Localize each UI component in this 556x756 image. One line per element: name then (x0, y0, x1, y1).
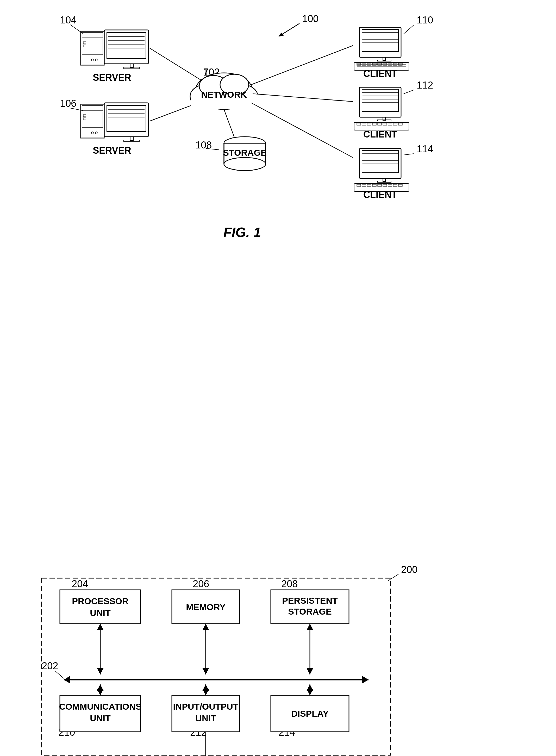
svg-marker-122 (97, 668, 104, 675)
ref-200: 200 (401, 564, 417, 575)
svg-rect-66 (372, 63, 376, 65)
svg-marker-142 (307, 689, 313, 695)
svg-rect-106 (372, 184, 376, 186)
svg-line-115 (55, 671, 64, 678)
svg-rect-105 (367, 184, 371, 186)
svg-line-93 (404, 153, 414, 155)
svg-point-9 (92, 59, 94, 61)
ref-112: 112 (417, 80, 433, 91)
svg-rect-107 (378, 184, 382, 186)
svg-line-50 (224, 109, 234, 138)
svg-marker-1 (279, 33, 284, 36)
svg-line-113 (388, 574, 398, 581)
processor-unit-label: PROCESSOR (72, 596, 128, 606)
persistent-storage-label: PERSISTENT (282, 595, 338, 606)
svg-rect-25 (83, 118, 86, 120)
svg-marker-117 (64, 676, 70, 684)
svg-rect-108 (383, 184, 387, 186)
fig1-diagram: 100 104 SERVER 106 (15, 8, 536, 268)
comm-unit-label: COMMUNICATIONS (59, 701, 142, 712)
display-label: DISPLAY (291, 709, 329, 719)
svg-rect-69 (388, 63, 392, 65)
persistent-storage-label2: STORAGE (288, 607, 332, 616)
client3-label: CLIENT (363, 189, 397, 200)
svg-rect-89 (388, 123, 392, 125)
processor-unit-label2: UNIT (90, 608, 111, 618)
svg-rect-74 (359, 87, 401, 117)
svg-line-20 (70, 108, 83, 111)
svg-rect-110 (393, 184, 397, 186)
svg-rect-24 (83, 114, 86, 117)
svg-line-92 (253, 94, 353, 102)
svg-rect-63 (357, 63, 361, 65)
network-label: NETWORK (201, 90, 247, 100)
svg-rect-71 (398, 63, 402, 65)
svg-rect-67 (378, 63, 382, 65)
svg-rect-94 (359, 148, 401, 178)
ref-106: 106 (60, 98, 76, 109)
svg-rect-88 (383, 123, 387, 125)
svg-marker-121 (97, 624, 104, 630)
ref-206: 206 (193, 578, 209, 589)
svg-rect-86 (372, 123, 376, 125)
svg-rect-3 (81, 31, 104, 65)
io-unit-label2: UNIT (195, 713, 216, 723)
svg-marker-130 (307, 668, 313, 675)
ref-100: 100 (302, 13, 318, 24)
ref-204: 204 (72, 578, 88, 589)
svg-line-51 (404, 25, 414, 34)
memory-label: MEMORY (186, 602, 225, 612)
fig2-diagram: 200 202 204 PROCESSOR UNIT 206 MEMORY 20… (15, 542, 536, 756)
svg-line-73 (404, 90, 414, 94)
svg-rect-91 (398, 123, 402, 125)
svg-line-19 (150, 48, 208, 84)
ref-110: 110 (417, 14, 433, 26)
svg-rect-68 (383, 63, 387, 65)
server1-label: SERVER (93, 72, 131, 83)
svg-rect-90 (393, 123, 397, 125)
svg-marker-126 (202, 668, 209, 675)
svg-point-8 (95, 59, 97, 61)
svg-rect-65 (367, 63, 371, 65)
page: 100 104 SERVER 106 (0, 0, 556, 756)
storage-label: STORAGE (223, 148, 267, 158)
svg-rect-119 (60, 590, 141, 624)
svg-rect-83 (357, 123, 361, 125)
io-unit-label: INPUT/OUTPUT (173, 701, 238, 712)
svg-point-47 (224, 158, 266, 171)
ref-208: 208 (281, 578, 298, 589)
svg-rect-7 (83, 45, 86, 47)
client2-label: CLIENT (363, 129, 397, 140)
svg-rect-21 (81, 104, 104, 138)
svg-marker-138 (202, 689, 209, 695)
svg-rect-70 (393, 63, 397, 65)
svg-rect-109 (388, 184, 392, 186)
svg-marker-129 (307, 624, 313, 630)
client1-label: CLIENT (363, 68, 397, 79)
svg-rect-87 (378, 123, 382, 125)
svg-rect-111 (398, 184, 402, 186)
svg-rect-84 (362, 123, 366, 125)
svg-rect-4 (82, 33, 103, 38)
server2-label: SERVER (93, 145, 131, 156)
svg-rect-52 (359, 27, 401, 57)
svg-rect-104 (362, 184, 366, 186)
svg-line-2 (70, 25, 83, 34)
svg-rect-85 (367, 123, 371, 125)
svg-marker-125 (202, 624, 209, 630)
svg-point-26 (95, 132, 97, 134)
svg-marker-134 (97, 689, 104, 695)
fig1-title: FIG. 1 (223, 225, 261, 240)
svg-rect-22 (82, 105, 103, 111)
ref-104: 104 (60, 14, 76, 26)
svg-point-27 (92, 132, 94, 134)
svg-line-72 (251, 45, 353, 84)
svg-rect-64 (362, 63, 366, 65)
svg-marker-118 (362, 676, 369, 684)
svg-rect-6 (83, 42, 86, 44)
comm-unit-label2: UNIT (90, 713, 111, 723)
svg-rect-103 (357, 184, 361, 186)
ref-202: 202 (42, 660, 58, 672)
ref-114: 114 (417, 143, 433, 154)
